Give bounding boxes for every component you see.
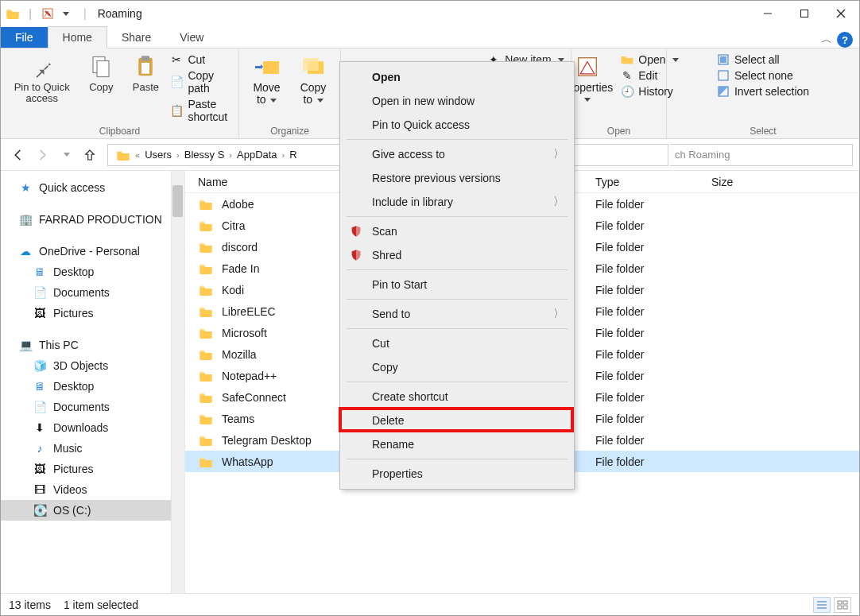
ctx-pin-quick-access[interactable]: Pin to Quick access xyxy=(342,113,572,137)
recent-locations-button[interactable] xyxy=(55,144,77,166)
ctx-copy[interactable]: Copy xyxy=(342,355,572,379)
folder-icon xyxy=(198,432,214,448)
minimize-button[interactable] xyxy=(750,1,786,26)
scissors-icon: ✂ xyxy=(170,53,183,66)
forward-button[interactable] xyxy=(31,144,53,166)
star-icon: ★ xyxy=(18,180,33,195)
ctx-give-access[interactable]: Give access to〉 xyxy=(342,142,572,166)
file-type: File folder xyxy=(595,413,711,425)
nav-downloads[interactable]: ⬇Downloads xyxy=(1,417,184,438)
svg-rect-10 xyxy=(263,61,279,74)
ctx-open[interactable]: Open xyxy=(342,65,572,89)
paste-shortcut-button[interactable]: 📋Paste shortcut xyxy=(170,98,232,123)
copy-button[interactable]: Copy xyxy=(81,52,121,95)
col-type[interactable]: Type xyxy=(595,176,711,188)
ctx-properties[interactable]: Properties xyxy=(342,462,572,486)
thumbnails-view-button[interactable] xyxy=(834,597,851,613)
crumb-users[interactable]: Users xyxy=(140,149,176,161)
select-none-icon xyxy=(717,69,730,82)
crumb-appdata[interactable]: AppData xyxy=(232,149,282,161)
close-button[interactable] xyxy=(823,1,859,26)
crumb-current[interactable]: R xyxy=(285,149,301,161)
folder-icon xyxy=(198,389,214,405)
file-tab[interactable]: File xyxy=(1,27,48,48)
organize-label: Organize xyxy=(270,124,309,137)
pin-quick-access-button[interactable]: Pin to Quick access xyxy=(7,52,76,106)
file-type: File folder xyxy=(595,370,711,382)
file-type: File folder xyxy=(595,219,711,232)
ctx-create-shortcut[interactable]: Create shortcut xyxy=(342,385,572,409)
folder-icon xyxy=(198,304,214,320)
up-button[interactable] xyxy=(79,144,101,166)
edit-icon: ✎ xyxy=(621,69,633,82)
qat-dropdown-icon[interactable] xyxy=(58,6,72,21)
collapse-ribbon-icon[interactable]: ︿ xyxy=(821,33,832,47)
nav-farrad[interactable]: 🏢FARRAD PRODUCTION xyxy=(1,209,184,230)
monitor-icon: 🖥 xyxy=(33,265,47,279)
folder-icon xyxy=(198,282,214,298)
file-type: File folder xyxy=(595,434,711,447)
nav-quick-access[interactable]: ★Quick access xyxy=(1,177,184,198)
help-icon[interactable]: ? xyxy=(837,32,853,48)
ctx-scan[interactable]: Scan xyxy=(342,219,572,243)
crumb-user[interactable]: Blessy S xyxy=(180,149,230,161)
nav-this-pc[interactable]: 💻This PC xyxy=(1,335,184,355)
file-type: File folder xyxy=(595,348,711,361)
nav-3d-objects[interactable]: 🧊3D Objects xyxy=(1,355,184,376)
ctx-send-to[interactable]: Send to〉 xyxy=(342,302,572,326)
document-icon: 📄 xyxy=(33,285,47,300)
details-view-button[interactable] xyxy=(813,597,831,613)
nav-scrollbar[interactable] xyxy=(171,171,184,593)
paste-button[interactable]: Paste xyxy=(126,52,165,95)
ctx-rename[interactable]: Rename xyxy=(342,432,572,456)
ctx-pin-start[interactable]: Pin to Start xyxy=(342,273,572,296)
nav-videos[interactable]: 🎞Videos xyxy=(1,479,184,500)
ctx-restore-versions[interactable]: Restore previous versions xyxy=(342,166,572,190)
svg-rect-9 xyxy=(141,63,149,74)
search-input[interactable]: ch Roaming xyxy=(670,144,853,166)
move-to-button[interactable]: Move to xyxy=(246,52,288,107)
cut-button[interactable]: ✂Cut xyxy=(170,53,232,66)
nav-pictures[interactable]: 🖼Pictures xyxy=(1,303,184,323)
paste-shortcut-icon: 📋 xyxy=(170,104,183,117)
nav-desktop2[interactable]: 🖥Desktop xyxy=(1,376,184,397)
col-size[interactable]: Size xyxy=(711,176,859,188)
qat-properties-icon[interactable] xyxy=(41,6,55,21)
nav-documents2[interactable]: 📄Documents xyxy=(1,397,184,417)
copy-path-icon: 📄 xyxy=(170,76,183,88)
select-all-button[interactable]: Select all xyxy=(717,53,809,66)
invert-selection-button[interactable]: Invert selection xyxy=(717,85,809,98)
ctx-delete[interactable]: Delete xyxy=(342,409,572,432)
nav-desktop[interactable]: 🖥Desktop xyxy=(1,262,184,282)
status-count: 13 items xyxy=(9,599,51,611)
nav-documents[interactable]: 📄Documents xyxy=(1,282,184,303)
nav-music[interactable]: ♪Music xyxy=(1,438,184,459)
ctx-shred[interactable]: Shred xyxy=(342,243,572,267)
drive-icon: 💽 xyxy=(33,503,47,517)
share-tab[interactable]: Share xyxy=(107,27,165,48)
file-type: File folder xyxy=(595,305,711,318)
back-button[interactable] xyxy=(7,144,29,166)
view-tab[interactable]: View xyxy=(165,27,218,48)
window-title: Roaming xyxy=(98,7,142,20)
group-open: Properties Open ✎Edit 🕘History Open xyxy=(571,48,667,138)
ctx-include-library[interactable]: Include in library〉 xyxy=(342,190,572,214)
status-bar: 13 items 1 item selected xyxy=(1,593,859,615)
title-bar: | | Roaming xyxy=(1,1,859,26)
ctx-open-new-window[interactable]: Open in new window xyxy=(342,89,572,113)
copy-path-button[interactable]: 📄Copy path xyxy=(170,69,232,95)
ctx-cut[interactable]: Cut xyxy=(342,331,572,355)
svg-rect-21 xyxy=(838,601,842,604)
nav-os-c[interactable]: 💽OS (C:) xyxy=(1,500,184,521)
nav-pictures2[interactable]: 🖼Pictures xyxy=(1,459,184,479)
maximize-button[interactable] xyxy=(786,1,823,26)
qat-separator-icon: | xyxy=(23,6,37,21)
home-tab[interactable]: Home xyxy=(48,26,107,48)
file-type: File folder xyxy=(595,391,711,404)
file-type: File folder xyxy=(595,241,711,254)
cloud-icon: ☁ xyxy=(18,244,33,258)
select-none-button[interactable]: Select none xyxy=(717,69,809,82)
nav-onedrive[interactable]: ☁OneDrive - Personal xyxy=(1,241,184,262)
file-type: File folder xyxy=(595,327,711,339)
copy-to-button[interactable]: Copy to xyxy=(292,52,334,107)
